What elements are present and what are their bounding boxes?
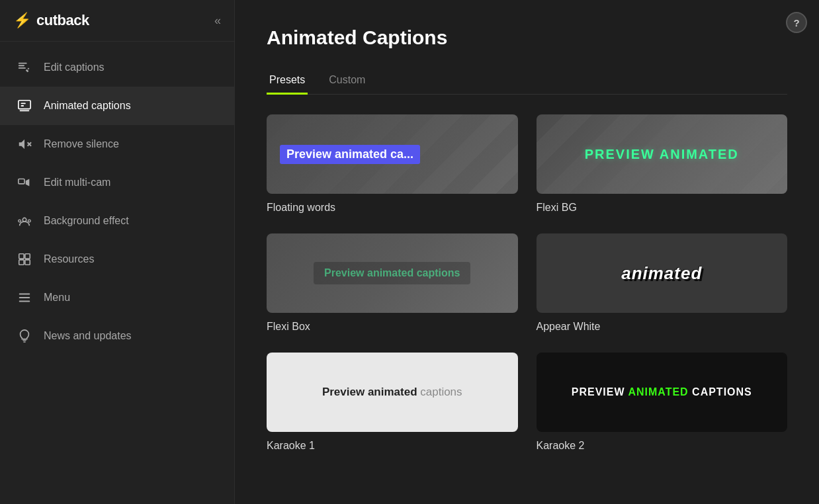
preset-label-appear-white: Appear White [537, 321, 788, 333]
svg-rect-15 [19, 260, 24, 265]
presets-grid: Preview animated ca... Floating words PR… [267, 114, 787, 452]
edit-captions-icon [16, 59, 33, 76]
svg-point-11 [19, 220, 21, 222]
sidebar-label-remove-silence: Remove silence [44, 138, 119, 150]
sidebar-label-resources: Resources [44, 253, 94, 265]
remove-silence-icon [16, 136, 33, 153]
svg-rect-16 [25, 260, 30, 265]
sidebar-label-background-effect: Background effect [44, 215, 129, 227]
svg-rect-19 [19, 301, 30, 302]
sidebar: ⚡ cutback « Edit captions [0, 0, 235, 504]
karaoke2-white: PREVIEW [572, 386, 628, 398]
preset-card-flexi-bg[interactable]: PREVIEW ANIMATED Flexi BG [537, 114, 788, 214]
appear-white-preview-text: animated [621, 263, 702, 284]
preset-label-flexi-box: Flexi Box [267, 321, 518, 333]
preset-label-karaoke-2: Karaoke 2 [537, 440, 788, 452]
karaoke1-preview-text: Preview animated captions [322, 386, 462, 399]
preset-preview-appear-white: animated [537, 233, 788, 313]
preset-label-karaoke-1: Karaoke 1 [267, 440, 518, 452]
animated-captions-icon [16, 97, 33, 114]
sidebar-label-edit-multi-cam: Edit multi-cam [44, 177, 110, 189]
sidebar-item-edit-multi-cam[interactable]: Edit multi-cam [0, 163, 234, 202]
svg-rect-21 [23, 341, 26, 342]
karaoke2-white2: CAPTIONS [689, 386, 752, 398]
karaoke1-faded: captions [420, 386, 462, 398]
preset-preview-flexi-box: Preview animated captions [267, 233, 518, 313]
svg-rect-20 [22, 340, 26, 341]
menu-icon [16, 289, 33, 306]
logo-text: cutback [36, 12, 89, 29]
svg-rect-0 [19, 63, 27, 64]
sidebar-label-news: News and updates [44, 330, 132, 342]
sidebar-item-edit-captions[interactable]: Edit captions [0, 48, 234, 87]
preset-label-floating-words: Floating words [267, 202, 518, 214]
svg-rect-13 [19, 254, 24, 259]
svg-rect-14 [25, 254, 30, 259]
flexi-bg-preview-text: PREVIEW ANIMATED [585, 147, 739, 162]
tab-presets[interactable]: Presets [267, 67, 308, 95]
sidebar-item-animated-captions[interactable]: Animated captions [0, 87, 234, 125]
sidebar-label-menu: Menu [44, 292, 70, 304]
sidebar-item-background-effect[interactable]: Background effect [0, 202, 234, 240]
karaoke2-green: ANIMATED [628, 386, 688, 398]
flexi-box-preview-text: Preview animated captions [314, 262, 470, 284]
preset-card-karaoke-2[interactable]: PREVIEW ANIMATED CAPTIONS Karaoke 2 [537, 353, 788, 452]
preset-card-karaoke-1[interactable]: Preview animated captions Karaoke 1 [267, 353, 518, 452]
preset-preview-floating-words: Preview animated ca... [267, 114, 518, 194]
preset-preview-karaoke-2: PREVIEW ANIMATED CAPTIONS [537, 353, 788, 432]
logo-icon: ⚡ [13, 12, 31, 29]
floating-words-preview-text: Preview animated ca... [280, 145, 420, 164]
sidebar-item-menu[interactable]: Menu [0, 278, 234, 317]
svg-rect-1 [19, 65, 24, 66]
background-effect-icon [16, 212, 33, 230]
preset-card-flexi-box[interactable]: Preview animated captions Flexi Box [267, 233, 518, 333]
svg-rect-18 [19, 297, 30, 298]
tab-custom[interactable]: Custom [326, 67, 368, 95]
sidebar-header: ⚡ cutback « [0, 0, 234, 42]
collapse-button[interactable]: « [214, 14, 221, 28]
sidebar-item-news-and-updates[interactable]: News and updates [0, 317, 234, 355]
svg-rect-9 [19, 179, 24, 184]
sidebar-label-animated-captions: Animated captions [44, 100, 131, 112]
svg-rect-3 [19, 101, 30, 109]
multi-cam-icon [16, 174, 33, 191]
svg-rect-4 [21, 103, 26, 104]
svg-rect-6 [20, 110, 30, 111]
sidebar-item-remove-silence[interactable]: Remove silence [0, 125, 234, 163]
news-icon [16, 327, 33, 345]
preset-card-appear-white[interactable]: animated Appear White [537, 233, 788, 333]
resources-icon [16, 251, 33, 268]
preset-card-floating-words[interactable]: Preview animated ca... Floating words [267, 114, 518, 214]
svg-point-10 [22, 218, 26, 222]
svg-rect-5 [21, 105, 24, 106]
sidebar-nav: Edit captions Animated captions [0, 42, 234, 504]
sidebar-item-resources[interactable]: Resources [0, 240, 234, 278]
karaoke1-highlight: Preview animated [322, 386, 420, 398]
sidebar-label-edit-captions: Edit captions [44, 62, 105, 73]
svg-rect-2 [19, 67, 26, 69]
preset-label-flexi-bg: Flexi BG [537, 202, 788, 214]
logo: ⚡ cutback [13, 12, 89, 29]
svg-point-12 [28, 220, 31, 222]
tabs-bar: Presets Custom [267, 67, 787, 95]
main-content: Animated Captions Presets Custom Preview… [235, 0, 819, 504]
preset-preview-flexi-bg: PREVIEW ANIMATED [537, 114, 788, 194]
preset-preview-karaoke-1: Preview animated captions [267, 353, 518, 432]
svg-rect-17 [19, 294, 30, 295]
karaoke2-preview-text: PREVIEW ANIMATED CAPTIONS [572, 386, 752, 398]
help-button[interactable]: ? [786, 12, 807, 33]
page-title: Animated Captions [267, 26, 787, 49]
